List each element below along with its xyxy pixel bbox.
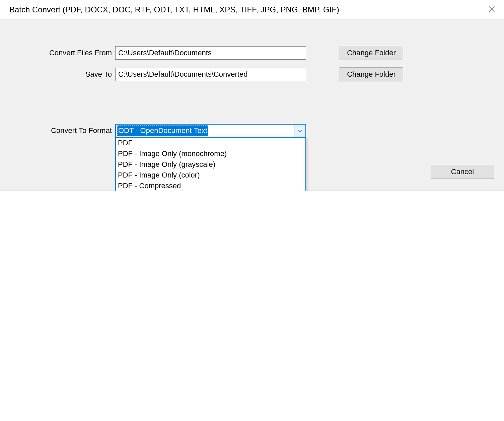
input-convert-from[interactable] — [115, 46, 306, 60]
label-save-to: Save To — [10, 70, 115, 79]
titlebar: Batch Convert (PDF, DOCX, DOC, RTF, ODT,… — [0, 0, 504, 20]
format-option[interactable]: PDF - Image Only (grayscale) — [116, 159, 305, 170]
change-folder-from-button[interactable]: Change Folder — [340, 46, 403, 60]
label-convert-from: Convert Files From — [10, 49, 115, 57]
format-option[interactable]: PDF - Image Only (color) — [116, 170, 305, 181]
dialog-window: Batch Convert (PDF, DOCX, DOC, RTF, ODT,… — [0, 0, 504, 191]
client-area: Convert Files From Change Folder Save To… — [0, 20, 504, 191]
change-folder-to-button[interactable]: Change Folder — [340, 67, 403, 81]
row-convert-from: Convert Files From Change Folder — [10, 46, 494, 60]
label-convert-format: Convert To Format — [10, 126, 115, 135]
format-combo-wrap: ODT - OpenDocument Text PDFPDF - Image O… — [115, 124, 306, 137]
bottom-button-row: Cancel — [358, 165, 494, 179]
chevron-down-icon — [298, 127, 302, 135]
window-title: Batch Convert (PDF, DOCX, DOC, RTF, ODT,… — [9, 5, 339, 14]
spacer — [10, 89, 494, 124]
format-selected-text: ODT - OpenDocument Text — [117, 125, 208, 136]
format-option[interactable]: PDF - Compressed — [116, 181, 305, 191]
format-dropdown-button[interactable] — [294, 125, 305, 137]
close-button[interactable] — [487, 5, 497, 15]
close-icon — [489, 6, 495, 14]
format-selected-area: ODT - OpenDocument Text — [116, 125, 294, 137]
format-option[interactable]: PDF - Image Only (monochrome) — [116, 148, 305, 159]
cancel-button[interactable]: Cancel — [431, 165, 494, 179]
row-convert-format: Convert To Format ODT - OpenDocument Tex… — [10, 124, 494, 137]
format-option[interactable]: PDF — [116, 138, 305, 148]
format-combobox[interactable]: ODT - OpenDocument Text — [115, 124, 306, 137]
row-save-to: Save To Change Folder — [10, 67, 494, 81]
input-save-to[interactable] — [115, 68, 306, 81]
format-dropdown-list[interactable]: PDFPDF - Image Only (monochrome)PDF - Im… — [115, 137, 306, 191]
